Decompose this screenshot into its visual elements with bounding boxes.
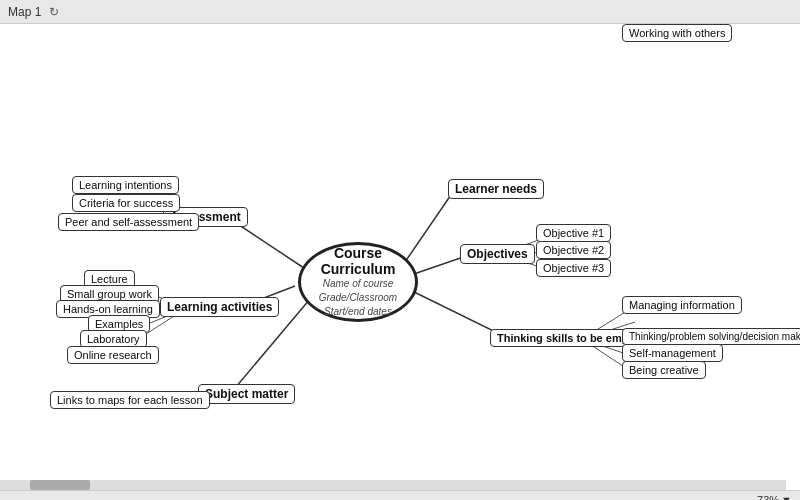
objective2-node[interactable]: Objective #2 — [536, 241, 611, 259]
learner-needs-node[interactable]: Learner needs — [448, 179, 544, 199]
svg-line-3 — [405, 189, 455, 262]
managing-info-node[interactable]: Managing information — [622, 296, 742, 314]
learning-intentions-node[interactable]: Learning intentions — [72, 176, 179, 194]
objectives-node[interactable]: Objectives — [460, 244, 535, 264]
criteria-success-node[interactable]: Criteria for success — [72, 194, 180, 212]
zoom-arrow[interactable]: ▼ — [781, 494, 792, 501]
peer-assessment-node[interactable]: Peer and self-assessment — [58, 213, 199, 231]
zoom-level: 73% — [757, 494, 779, 501]
objective1-node[interactable]: Objective #1 — [536, 224, 611, 242]
subject-matter-node[interactable]: Subject matter — [198, 384, 295, 404]
title-bar: Map 1 ↻ — [0, 0, 800, 24]
working-others-node[interactable]: Working with others — [622, 24, 732, 42]
mindmap-canvas: Course Curriculum Name of course Grade/C… — [0, 24, 800, 490]
objective3-node[interactable]: Objective #3 — [536, 259, 611, 277]
learning-activities-node[interactable]: Learning activities — [160, 297, 279, 317]
center-node[interactable]: Course Curriculum Name of course Grade/C… — [298, 242, 418, 322]
map-title: Map 1 — [8, 5, 41, 19]
center-title: Course Curriculum — [311, 245, 405, 277]
links-maps-node[interactable]: Links to maps for each lesson — [50, 391, 210, 409]
bottom-bar: 73% ▼ — [0, 490, 800, 500]
refresh-icon[interactable]: ↻ — [49, 5, 59, 19]
being-creative-node[interactable]: Being creative — [622, 361, 706, 379]
center-subtitle: Name of course Grade/Classroom Start/end… — [319, 277, 397, 319]
self-management-node[interactable]: Self-management — [622, 344, 723, 362]
online-research-node[interactable]: Online research — [67, 346, 159, 364]
thinking-problem-node[interactable]: Thinking/problem solving/decision making — [622, 328, 800, 345]
